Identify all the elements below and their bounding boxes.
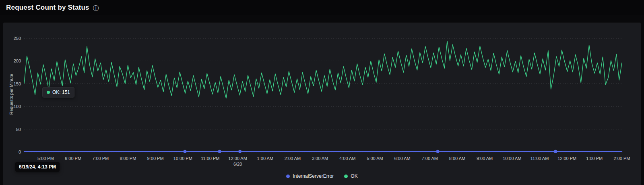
line-chart[interactable]: 0501001502002505:00 PM6:00 PM7:00 PM8:00… xyxy=(3,23,641,168)
info-icon[interactable]: ⓘ xyxy=(93,5,99,11)
series-tooltip: OK: 151 xyxy=(42,87,74,98)
svg-text:4:00 AM: 4:00 AM xyxy=(339,156,355,161)
ok-series-dot-icon xyxy=(47,91,50,94)
svg-text:12:00 AM: 12:00 AM xyxy=(228,156,247,161)
svg-text:2:00 PM: 2:00 PM xyxy=(614,156,630,161)
svg-text:3:00 AM: 3:00 AM xyxy=(312,156,328,161)
dashboard-page: Request Count by Status ⓘ Requests per M… xyxy=(0,0,644,185)
legend-dot-internalservererror-icon xyxy=(286,175,290,178)
legend: InternalServerError OK xyxy=(3,173,641,179)
legend-item-ok[interactable]: OK xyxy=(344,173,357,179)
svg-text:250: 250 xyxy=(14,36,21,41)
svg-text:6:00 PM: 6:00 PM xyxy=(65,156,81,161)
svg-text:9:00 PM: 9:00 PM xyxy=(147,156,164,161)
svg-text:8:00 AM: 8:00 AM xyxy=(449,156,465,161)
svg-text:12:00 PM: 12:00 PM xyxy=(557,156,576,161)
svg-text:11:00 AM: 11:00 AM xyxy=(530,156,549,161)
svg-text:10:00 AM: 10:00 AM xyxy=(503,156,521,161)
svg-text:2:00 AM: 2:00 AM xyxy=(285,156,301,161)
y-axis-title: Requests per Minute xyxy=(9,54,14,135)
svg-text:8:00 PM: 8:00 PM xyxy=(120,156,136,161)
page-title: Request Count by Status xyxy=(6,4,89,12)
chart-header: Request Count by Status ⓘ xyxy=(0,0,644,15)
svg-text:150: 150 xyxy=(14,81,21,86)
svg-text:5:00 AM: 5:00 AM xyxy=(367,156,383,161)
legend-label-ok: OK xyxy=(351,173,357,179)
svg-text:100: 100 xyxy=(14,104,21,109)
svg-text:10:00 PM: 10:00 PM xyxy=(173,156,192,161)
svg-text:9:00 AM: 9:00 AM xyxy=(477,156,493,161)
svg-text:7:00 PM: 7:00 PM xyxy=(92,156,109,161)
svg-text:7:00 AM: 7:00 AM xyxy=(422,156,438,161)
time-tooltip: 6/19/24, 4:13 PM xyxy=(15,162,60,172)
chart-panel: Requests per Minute 0501001502002505:00 … xyxy=(3,23,641,185)
legend-dot-ok-icon xyxy=(344,175,348,178)
svg-text:5:00 PM: 5:00 PM xyxy=(37,156,54,161)
svg-text:6/20: 6/20 xyxy=(233,162,242,166)
svg-text:50: 50 xyxy=(16,127,21,132)
svg-text:6:00 AM: 6:00 AM xyxy=(394,156,410,161)
series-tooltip-label: OK: 151 xyxy=(52,89,70,95)
svg-text:0: 0 xyxy=(19,150,21,154)
legend-label-internalservererror: InternalServerError xyxy=(293,173,334,179)
svg-text:200: 200 xyxy=(14,58,21,63)
legend-item-internalservererror[interactable]: InternalServerError xyxy=(286,173,334,179)
svg-text:1:00 PM: 1:00 PM xyxy=(586,156,603,161)
svg-text:1:00 AM: 1:00 AM xyxy=(257,156,273,161)
svg-text:11:00 PM: 11:00 PM xyxy=(201,156,219,161)
